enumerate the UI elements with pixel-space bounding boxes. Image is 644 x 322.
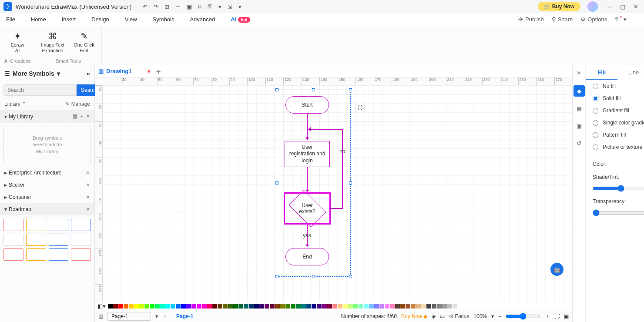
new-icon[interactable]: ⊞ bbox=[164, 3, 169, 10]
color-swatch[interactable] bbox=[442, 304, 447, 309]
ai-chat-button[interactable]: 🤖 bbox=[550, 263, 564, 276]
color-swatch[interactable] bbox=[369, 304, 374, 309]
page-selector[interactable]: Page-1 bbox=[107, 312, 151, 321]
layers-icon[interactable]: ◈ bbox=[432, 313, 436, 319]
color-swatch[interactable] bbox=[144, 304, 149, 309]
color-swatch[interactable] bbox=[181, 304, 186, 309]
drop-zone[interactable]: Drag symbols here to add to My Library bbox=[3, 127, 91, 163]
import-icon[interactable]: ⇲ bbox=[228, 3, 232, 10]
redo-icon[interactable]: ↷ bbox=[154, 3, 158, 10]
menu-symbols[interactable]: Symbols bbox=[153, 16, 174, 23]
search-input[interactable] bbox=[3, 84, 77, 96]
shade-tint-slider[interactable] bbox=[593, 185, 644, 192]
buy-now-link[interactable]: Buy Now ◆ bbox=[401, 313, 427, 319]
color-swatch[interactable] bbox=[301, 304, 306, 309]
color-swatch[interactable] bbox=[186, 304, 191, 309]
fit-page-icon[interactable]: ⛶ bbox=[554, 313, 560, 319]
color-swatch[interactable] bbox=[118, 304, 123, 309]
color-swatch[interactable] bbox=[426, 304, 431, 309]
transparency-slider[interactable] bbox=[593, 209, 644, 216]
section-sticker[interactable]: ▸ Sticker✕ bbox=[0, 179, 94, 191]
color-swatch[interactable] bbox=[171, 304, 175, 309]
maximize-button[interactable]: ▢ bbox=[618, 2, 627, 11]
shape-thumb[interactable] bbox=[26, 219, 46, 231]
canvas[interactable]: Start User registration and login User e… bbox=[103, 85, 572, 302]
shape-process[interactable]: User registration and login bbox=[285, 141, 330, 167]
color-swatch[interactable] bbox=[411, 304, 416, 309]
menu-view[interactable]: View bbox=[125, 16, 137, 23]
text-tab-icon[interactable]: ▤ bbox=[574, 103, 585, 114]
color-swatch[interactable] bbox=[447, 304, 452, 309]
color-swatch[interactable] bbox=[265, 304, 269, 309]
color-swatch[interactable] bbox=[458, 304, 463, 309]
color-swatch[interactable] bbox=[332, 304, 337, 309]
color-swatch[interactable] bbox=[285, 304, 290, 309]
edraw-ai-button[interactable]: ✦Edraw AI bbox=[2, 31, 33, 54]
color-swatch[interactable] bbox=[218, 304, 222, 309]
add-tab-button[interactable]: ＋ bbox=[154, 66, 162, 77]
quick-action-icon[interactable]: ⛶ bbox=[355, 103, 365, 112]
document-tab[interactable]: ▥ Drawing1 bbox=[98, 68, 150, 74]
shape-thumb[interactable] bbox=[3, 234, 23, 246]
shape-thumb[interactable] bbox=[26, 248, 46, 261]
color-swatch[interactable] bbox=[155, 304, 160, 309]
color-swatch[interactable] bbox=[400, 304, 405, 309]
color-swatch[interactable] bbox=[223, 304, 228, 309]
color-swatch[interactable] bbox=[364, 304, 369, 309]
user-avatar[interactable] bbox=[587, 1, 598, 12]
menu-design[interactable]: Design bbox=[91, 16, 109, 23]
expand-right-icon[interactable]: » bbox=[577, 69, 581, 77]
color-swatch[interactable] bbox=[432, 304, 436, 309]
color-swatch[interactable] bbox=[124, 304, 128, 309]
color-swatch[interactable] bbox=[197, 304, 201, 309]
color-swatch[interactable] bbox=[228, 304, 233, 309]
shape-thumb[interactable] bbox=[71, 219, 91, 231]
opt-single-gradient[interactable]: Single color gradient fill bbox=[586, 117, 644, 129]
menu-advanced[interactable]: Advanced bbox=[190, 16, 215, 23]
shape-thumb[interactable] bbox=[49, 234, 69, 246]
add-page-button[interactable]: ＋ bbox=[162, 312, 168, 320]
section-my-library[interactable]: ▾ My Library▦ ＋ ✕ bbox=[0, 110, 94, 123]
color-swatch[interactable] bbox=[160, 304, 165, 309]
opt-gradient-fill[interactable]: Gradient fill bbox=[586, 104, 644, 117]
save-icon[interactable]: ▣ bbox=[187, 3, 192, 10]
tab-fill[interactable]: Fill bbox=[586, 65, 617, 80]
color-swatch[interactable] bbox=[374, 304, 379, 309]
manage-button[interactable]: ✎ Manage bbox=[65, 101, 90, 107]
library-label[interactable]: Library ⌃ bbox=[4, 101, 26, 107]
menu-file[interactable]: File bbox=[6, 16, 15, 23]
color-swatch[interactable] bbox=[395, 304, 400, 309]
color-swatch[interactable] bbox=[249, 304, 254, 309]
undo-icon[interactable]: ↶ bbox=[143, 3, 148, 10]
color-swatch[interactable] bbox=[406, 304, 410, 309]
style-tab-icon[interactable]: ◆ bbox=[574, 85, 585, 97]
color-swatch[interactable] bbox=[238, 304, 243, 309]
zoom-level[interactable]: 100% bbox=[473, 313, 487, 319]
color-swatch[interactable] bbox=[416, 304, 421, 309]
color-swatch[interactable] bbox=[108, 304, 113, 309]
image-text-extraction-button[interactable]: ⌘Image Text Extraction bbox=[37, 31, 68, 54]
color-swatch[interactable] bbox=[202, 304, 207, 309]
color-swatch[interactable] bbox=[317, 304, 322, 309]
section-enterprise[interactable]: ▸ Enterprise Architecture✕ bbox=[0, 167, 94, 179]
history-tab-icon[interactable]: ↺ bbox=[574, 138, 585, 149]
page-tab[interactable]: Page-1 bbox=[176, 313, 193, 319]
shape-decision[interactable]: User exists? bbox=[285, 193, 330, 224]
color-swatch[interactable] bbox=[306, 304, 311, 309]
help-button[interactable]: ?● ▾ bbox=[615, 16, 627, 23]
shape-start[interactable]: Start bbox=[285, 96, 329, 114]
color-swatch[interactable] bbox=[312, 304, 316, 309]
zoom-out-button[interactable]: − bbox=[498, 313, 501, 319]
qat-dropdown-icon[interactable]: ▾ bbox=[218, 3, 221, 10]
more-symbols-dropdown-icon[interactable]: ▾ bbox=[57, 70, 60, 77]
color-swatch[interactable] bbox=[212, 304, 217, 309]
color-swatch[interactable] bbox=[280, 304, 285, 309]
section-container[interactable]: ▸ Container✕ bbox=[0, 191, 94, 203]
color-swatch[interactable] bbox=[176, 304, 181, 309]
shape-thumb[interactable] bbox=[49, 219, 69, 231]
color-swatch[interactable] bbox=[139, 304, 144, 309]
export-icon[interactable]: ⇱ bbox=[208, 3, 212, 10]
layout-tab-icon[interactable]: ▣ bbox=[574, 120, 585, 131]
color-swatch[interactable] bbox=[296, 304, 301, 309]
color-swatch[interactable] bbox=[254, 304, 259, 309]
